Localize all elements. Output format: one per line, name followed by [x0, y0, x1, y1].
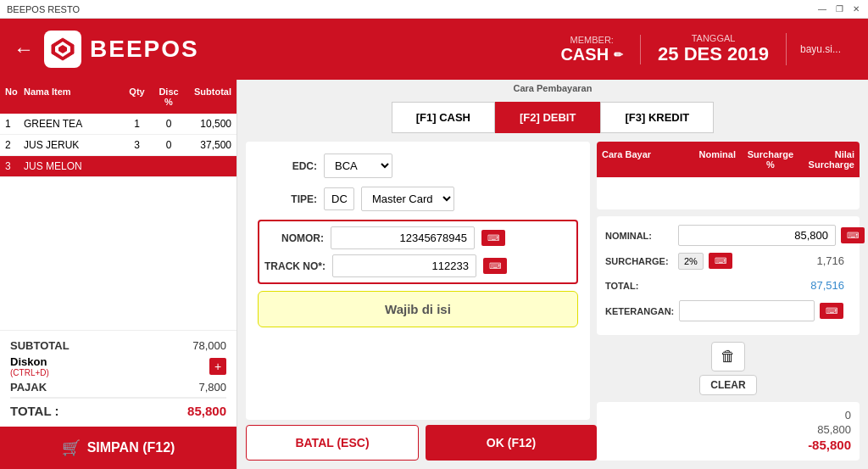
edc-select[interactable]: BCA Mandiri	[324, 154, 392, 178]
warning-box: Wajib di isi	[258, 291, 578, 327]
tipe-row: TIPE: Master Card Visa	[258, 187, 578, 211]
order-table: No Nama Item Qty Disc % Subtotal 1 GREEN…	[0, 80, 236, 330]
totals-line-1: 0	[605, 409, 851, 422]
table-header: No Nama Item Qty Disc % Subtotal	[0, 80, 236, 114]
surcharge-pct: 2%	[678, 253, 704, 270]
nominal-keyboard-button[interactable]: ⌨	[841, 227, 865, 243]
col-disc: Disc %	[152, 83, 186, 110]
total-nominal-value: 87,516	[678, 276, 851, 295]
total-label: TOTAL :	[10, 404, 59, 418]
date-label: TANGGAL	[658, 33, 769, 43]
action-buttons: BATAL (ESC) OK (F12)	[246, 425, 597, 461]
keterangan-row: KETERANGAN: ⌨	[605, 300, 851, 321]
subtotal-label: SUBTOTAL	[10, 339, 70, 352]
edc-label: EDC:	[258, 160, 317, 172]
track-keyboard-button[interactable]: ⌨	[483, 258, 507, 274]
pajak-label: PAJAK	[10, 381, 47, 394]
ok-button[interactable]: OK (F12)	[426, 425, 597, 461]
surcharge-value: 1,716	[737, 251, 851, 271]
close-button[interactable]: ✕	[851, 4, 861, 14]
surcharge-keyboard-button[interactable]: ⌨	[709, 253, 732, 269]
nominal-area: NOMINAL: ⌨ SURCHARGE: 2% ⌨ 1,716 TOTAL: …	[597, 216, 860, 335]
keterangan-keyboard-button[interactable]: ⌨	[820, 303, 843, 319]
tipe-select[interactable]: Master Card Visa	[361, 187, 454, 211]
trash-icon: 🗑	[721, 348, 736, 365]
total-nominal-label: TOTAL:	[605, 281, 673, 291]
add-diskon-button[interactable]: +	[209, 358, 226, 375]
card-details-box: NOMOR: ⌨ TRACK NO*: ⌨	[258, 220, 578, 284]
tab-cash[interactable]: [F1] CASH	[392, 102, 495, 133]
totals-area: 0 85,800 -85,800	[597, 402, 860, 461]
col-name: Nama Item	[19, 83, 122, 110]
clear-trash-button[interactable]: 🗑	[711, 342, 745, 371]
totals-line-2: 85,800	[605, 423, 851, 436]
cart-icon: 🛒	[62, 438, 81, 457]
minimize-button[interactable]: —	[817, 4, 827, 14]
edit-member-icon[interactable]: ✏	[614, 48, 623, 61]
debit-form: EDC: BCA Mandiri TIPE: Master Card Visa	[246, 142, 590, 420]
payment-table: Cara Bayar Nominal Surcharge % Nilai Sur…	[597, 142, 860, 209]
user-info: bayu.si...	[787, 43, 854, 55]
maximize-button[interactable]: ❐	[834, 4, 844, 14]
clear-area: 🗑 CLEAR	[597, 342, 860, 395]
date-section: TANGGAL 25 DES 2019	[641, 33, 787, 65]
track-row: TRACK NO*: ⌨	[264, 254, 571, 277]
keterangan-input[interactable]	[679, 300, 815, 321]
logo-text: BEEPOS	[90, 36, 199, 63]
edc-row: EDC: BCA Mandiri	[258, 154, 578, 178]
col-cara-bayar: Cara Bayar	[597, 146, 682, 173]
nomor-label: NOMOR:	[264, 232, 324, 244]
logo-icon	[44, 31, 81, 68]
payment-content: EDC: BCA Mandiri TIPE: Master Card Visa	[237, 133, 868, 469]
clear-button[interactable]: CLEAR	[699, 375, 756, 395]
tipe-dc-input[interactable]	[324, 187, 354, 210]
member-label: MEMBER:	[560, 35, 623, 45]
total-value: 85,800	[187, 404, 226, 418]
table-row-selected[interactable]: 3 JUS MELON	[0, 156, 236, 177]
right-panel: Cara Pembayaran [F1] CASH [F2] DEBIT [F3…	[237, 80, 868, 469]
app-title: BEEPOS RESTO	[7, 4, 80, 14]
diskon-row: Diskon (CTRL+D) +	[10, 355, 226, 377]
nominal-row: NOMINAL: ⌨	[605, 225, 851, 246]
total-nominal-row: TOTAL: 87,516	[605, 276, 851, 295]
totals-line-3: -85,800	[605, 438, 851, 452]
keterangan-label: KETERANGAN:	[605, 306, 674, 316]
nomor-input[interactable]	[331, 226, 475, 249]
track-input[interactable]	[332, 254, 476, 277]
simpan-button[interactable]: 🛒 SIMPAN (F12)	[0, 427, 236, 469]
table-row[interactable]: 1 GREEN TEA 1 0 10,500	[0, 114, 236, 135]
logo-area: BEEPOS	[44, 31, 199, 68]
payment-tabs: [F1] CASH [F2] DEBIT [F3] KREDIT	[237, 93, 868, 133]
col-nilai-surcharge-hdr: Nilai Surcharge	[800, 146, 860, 173]
col-subtotal: Subtotal	[186, 83, 236, 110]
member-section: MEMBER: CASH ✏	[543, 35, 641, 64]
header: ← BEEPOS MEMBER: CASH ✏ TANGGAL 25 DES 2…	[0, 19, 868, 80]
table-row[interactable]: 2 JUS JERUK 3 0 37,500	[0, 135, 236, 156]
surcharge-label: SURCHARGE:	[605, 256, 673, 266]
nominal-label: NOMINAL:	[605, 231, 673, 241]
diskon-sub: (CTRL+D)	[10, 368, 49, 377]
simpan-label: SIMPAN (F12)	[87, 440, 175, 455]
payment-table-header: Cara Bayar Nominal Surcharge % Nilai Sur…	[597, 142, 860, 177]
summary-panel: SUBTOTAL 78,000 Diskon (CTRL+D) + PAJAK …	[0, 330, 236, 427]
back-button[interactable]: ←	[14, 37, 34, 61]
cara-pembayaran-label: Cara Pembayaran	[237, 80, 868, 93]
date-value: 25 DES 2019	[658, 43, 769, 65]
col-qty: Qty	[122, 83, 152, 110]
col-no: No	[0, 83, 19, 110]
surcharge-row: SURCHARGE: 2% ⌨ 1,716	[605, 251, 851, 271]
tab-kredit[interactable]: [F3] KREDIT	[600, 102, 714, 133]
batal-button[interactable]: BATAL (ESC)	[246, 425, 419, 461]
subtotal-value: 78,000	[192, 339, 226, 352]
col-nominal-hdr: Nominal	[682, 146, 741, 173]
tipe-label: TIPE:	[258, 193, 317, 205]
nominal-input[interactable]	[678, 225, 836, 246]
tab-debit[interactable]: [F2] DEBIT	[495, 102, 600, 133]
pajak-value: 7,800	[198, 381, 226, 394]
member-value: CASH	[560, 45, 609, 64]
titlebar: BEEPOS RESTO — ❐ ✕	[0, 0, 868, 19]
right-summary: Cara Bayar Nominal Surcharge % Nilai Sur…	[597, 142, 860, 461]
diskon-label: Diskon	[10, 355, 49, 368]
track-label: TRACK NO*:	[264, 260, 326, 272]
nomor-keyboard-button[interactable]: ⌨	[481, 230, 505, 246]
